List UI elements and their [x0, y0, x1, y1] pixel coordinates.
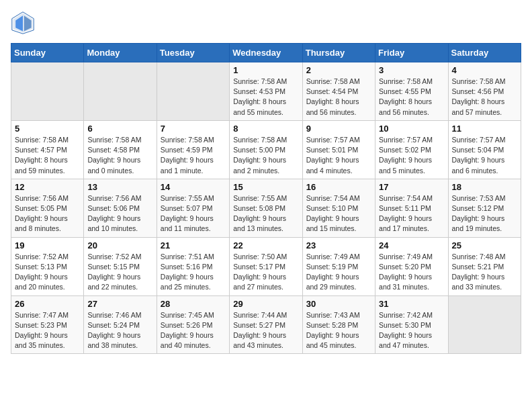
calendar-cell: 27Sunrise: 7:46 AMSunset: 5:24 PMDayligh… [84, 295, 157, 354]
day-number: 18 [452, 182, 517, 192]
day-number: 24 [379, 240, 444, 250]
day-info: Sunrise: 7:58 AMSunset: 4:57 PMDaylight:… [15, 135, 80, 176]
day-info: Sunrise: 7:57 AMSunset: 5:01 PMDaylight:… [306, 135, 371, 176]
day-number: 10 [379, 124, 444, 134]
day-number: 26 [15, 299, 80, 309]
calendar-cell: 10Sunrise: 7:57 AMSunset: 5:02 PMDayligh… [375, 120, 448, 179]
day-header-friday: Friday [375, 44, 448, 62]
calendar-cell: 1Sunrise: 7:58 AMSunset: 4:53 PMDaylight… [230, 62, 302, 121]
day-number: 14 [161, 182, 226, 192]
calendar-cell: 30Sunrise: 7:43 AMSunset: 5:28 PMDayligh… [302, 295, 375, 354]
day-header-sunday: Sunday [11, 44, 84, 62]
day-info: Sunrise: 7:55 AMSunset: 5:08 PMDaylight:… [233, 193, 298, 234]
day-info: Sunrise: 7:46 AMSunset: 5:24 PMDaylight:… [87, 310, 152, 351]
day-info: Sunrise: 7:56 AMSunset: 5:05 PMDaylight:… [15, 193, 80, 234]
day-info: Sunrise: 7:52 AMSunset: 5:15 PMDaylight:… [87, 252, 152, 293]
calendar-cell: 18Sunrise: 7:53 AMSunset: 5:12 PMDayligh… [448, 179, 521, 237]
page-header [11, 11, 521, 35]
calendar-cell: 8Sunrise: 7:58 AMSunset: 5:00 PMDaylight… [230, 120, 302, 179]
day-info: Sunrise: 7:58 AMSunset: 4:58 PMDaylight:… [87, 135, 152, 176]
day-info: Sunrise: 7:43 AMSunset: 5:28 PMDaylight:… [306, 310, 371, 351]
calendar-cell: 2Sunrise: 7:58 AMSunset: 4:54 PMDaylight… [302, 62, 375, 121]
calendar-cell: 24Sunrise: 7:49 AMSunset: 5:20 PMDayligh… [375, 237, 448, 295]
day-header-tuesday: Tuesday [157, 44, 229, 62]
day-number: 1 [233, 65, 298, 75]
day-number: 30 [306, 299, 371, 309]
calendar-cell: 9Sunrise: 7:57 AMSunset: 5:01 PMDaylight… [302, 120, 375, 179]
day-info: Sunrise: 7:45 AMSunset: 5:26 PMDaylight:… [161, 310, 226, 351]
day-number: 9 [306, 124, 371, 134]
day-info: Sunrise: 7:57 AMSunset: 5:04 PMDaylight:… [452, 135, 517, 176]
calendar-cell: 11Sunrise: 7:57 AMSunset: 5:04 PMDayligh… [448, 120, 521, 179]
day-info: Sunrise: 7:55 AMSunset: 5:07 PMDaylight:… [161, 193, 226, 234]
calendar-week-row: 12Sunrise: 7:56 AMSunset: 5:05 PMDayligh… [11, 179, 521, 237]
calendar-cell: 22Sunrise: 7:50 AMSunset: 5:17 PMDayligh… [230, 237, 302, 295]
calendar-cell: 26Sunrise: 7:47 AMSunset: 5:23 PMDayligh… [11, 295, 84, 354]
calendar-cell [157, 62, 229, 121]
day-info: Sunrise: 7:58 AMSunset: 4:54 PMDaylight:… [306, 77, 371, 118]
calendar-cell [448, 295, 521, 354]
day-number: 28 [161, 299, 226, 309]
day-number: 19 [15, 240, 80, 250]
calendar-header-row: SundayMondayTuesdayWednesdayThursdayFrid… [11, 44, 521, 62]
day-header-monday: Monday [84, 44, 157, 62]
day-number: 25 [452, 240, 517, 250]
calendar-cell: 3Sunrise: 7:58 AMSunset: 4:55 PMDaylight… [375, 62, 448, 121]
day-number: 13 [87, 182, 152, 192]
day-header-saturday: Saturday [448, 44, 521, 62]
day-info: Sunrise: 7:56 AMSunset: 5:06 PMDaylight:… [87, 193, 152, 234]
calendar-cell: 21Sunrise: 7:51 AMSunset: 5:16 PMDayligh… [157, 237, 229, 295]
day-info: Sunrise: 7:49 AMSunset: 5:19 PMDaylight:… [306, 252, 371, 293]
day-info: Sunrise: 7:58 AMSunset: 4:56 PMDaylight:… [452, 77, 517, 118]
calendar-week-row: 19Sunrise: 7:52 AMSunset: 5:13 PMDayligh… [11, 237, 521, 295]
day-info: Sunrise: 7:52 AMSunset: 5:13 PMDaylight:… [15, 252, 80, 293]
day-number: 20 [87, 240, 152, 250]
day-number: 16 [306, 182, 371, 192]
calendar-week-row: 5Sunrise: 7:58 AMSunset: 4:57 PMDaylight… [11, 120, 521, 179]
day-info: Sunrise: 7:51 AMSunset: 5:16 PMDaylight:… [161, 252, 226, 293]
day-number: 8 [233, 124, 298, 134]
calendar-cell: 5Sunrise: 7:58 AMSunset: 4:57 PMDaylight… [11, 120, 84, 179]
day-number: 15 [233, 182, 298, 192]
day-number: 23 [306, 240, 371, 250]
calendar-week-row: 26Sunrise: 7:47 AMSunset: 5:23 PMDayligh… [11, 295, 521, 354]
calendar-cell: 25Sunrise: 7:48 AMSunset: 5:21 PMDayligh… [448, 237, 521, 295]
calendar-cell: 12Sunrise: 7:56 AMSunset: 5:05 PMDayligh… [11, 179, 84, 237]
day-info: Sunrise: 7:58 AMSunset: 5:00 PMDaylight:… [233, 135, 298, 176]
day-info: Sunrise: 7:54 AMSunset: 5:10 PMDaylight:… [306, 193, 371, 234]
calendar-cell: 7Sunrise: 7:58 AMSunset: 4:59 PMDaylight… [157, 120, 229, 179]
calendar-cell [84, 62, 157, 121]
day-number: 21 [161, 240, 226, 250]
calendar-week-row: 1Sunrise: 7:58 AMSunset: 4:53 PMDaylight… [11, 62, 521, 121]
calendar-table: SundayMondayTuesdayWednesdayThursdayFrid… [11, 43, 521, 354]
day-info: Sunrise: 7:53 AMSunset: 5:12 PMDaylight:… [452, 193, 517, 234]
day-number: 5 [15, 124, 80, 134]
calendar-cell: 23Sunrise: 7:49 AMSunset: 5:19 PMDayligh… [302, 237, 375, 295]
day-info: Sunrise: 7:48 AMSunset: 5:21 PMDaylight:… [452, 252, 517, 293]
day-number: 3 [379, 65, 444, 75]
calendar-cell: 31Sunrise: 7:42 AMSunset: 5:30 PMDayligh… [375, 295, 448, 354]
day-info: Sunrise: 7:50 AMSunset: 5:17 PMDaylight:… [233, 252, 298, 293]
day-info: Sunrise: 7:58 AMSunset: 4:59 PMDaylight:… [161, 135, 226, 176]
day-info: Sunrise: 7:49 AMSunset: 5:20 PMDaylight:… [379, 252, 444, 293]
calendar-cell: 15Sunrise: 7:55 AMSunset: 5:08 PMDayligh… [230, 179, 302, 237]
day-number: 27 [87, 299, 152, 309]
day-info: Sunrise: 7:42 AMSunset: 5:30 PMDaylight:… [379, 310, 444, 351]
logo-icon [11, 11, 35, 35]
day-info: Sunrise: 7:57 AMSunset: 5:02 PMDaylight:… [379, 135, 444, 176]
calendar-cell: 14Sunrise: 7:55 AMSunset: 5:07 PMDayligh… [157, 179, 229, 237]
day-info: Sunrise: 7:54 AMSunset: 5:11 PMDaylight:… [379, 193, 444, 234]
day-info: Sunrise: 7:58 AMSunset: 4:55 PMDaylight:… [379, 77, 444, 118]
day-number: 12 [15, 182, 80, 192]
day-number: 4 [452, 65, 517, 75]
day-number: 29 [233, 299, 298, 309]
calendar-cell: 6Sunrise: 7:58 AMSunset: 4:58 PMDaylight… [84, 120, 157, 179]
day-info: Sunrise: 7:58 AMSunset: 4:53 PMDaylight:… [233, 77, 298, 118]
calendar-cell: 13Sunrise: 7:56 AMSunset: 5:06 PMDayligh… [84, 179, 157, 237]
day-header-wednesday: Wednesday [230, 44, 302, 62]
day-info: Sunrise: 7:44 AMSunset: 5:27 PMDaylight:… [233, 310, 298, 351]
day-number: 7 [161, 124, 226, 134]
calendar-cell: 20Sunrise: 7:52 AMSunset: 5:15 PMDayligh… [84, 237, 157, 295]
day-number: 17 [379, 182, 444, 192]
calendar-cell: 16Sunrise: 7:54 AMSunset: 5:10 PMDayligh… [302, 179, 375, 237]
